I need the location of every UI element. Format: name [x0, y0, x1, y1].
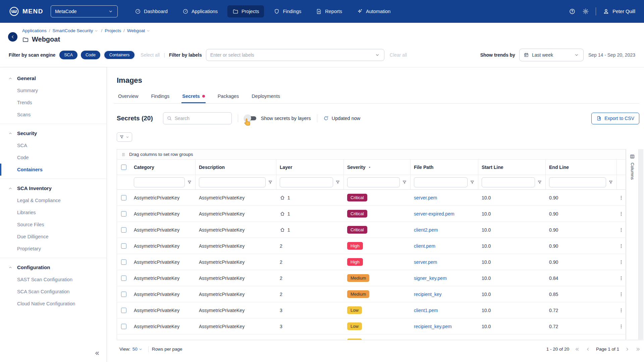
help-icon[interactable]	[569, 8, 576, 15]
org-selector[interactable]: MetaCode	[51, 5, 118, 17]
file-path-link[interactable]: client.pem	[414, 243, 435, 249]
scan-chip-code[interactable]: Code	[81, 51, 100, 59]
nav-item-applications[interactable]: Applications	[177, 5, 223, 17]
funnel-icon[interactable]	[537, 180, 542, 185]
search-input[interactable]	[163, 112, 232, 124]
gear-icon[interactable]	[582, 8, 589, 15]
column-header-start[interactable]: Start Line	[478, 160, 546, 175]
sidebar-item-sca-scan-configuration[interactable]: SCA Scan Configuration	[0, 286, 106, 298]
file-path-link[interactable]: server.pem	[414, 195, 437, 200]
tab-secrets[interactable]: Secrets	[181, 90, 205, 103]
columns-panel-tab[interactable]: Columns	[626, 149, 639, 340]
sidebar-item-cloud-native-configuration[interactable]: Cloud Native Configuration	[0, 298, 106, 310]
row-actions-menu-icon[interactable]	[619, 340, 624, 340]
column-header-file[interactable]: File Path	[411, 160, 478, 175]
export-csv-button[interactable]: Export to CSV	[591, 113, 639, 124]
tab-packages[interactable]: Packages	[217, 90, 240, 103]
funnel-icon[interactable]	[268, 180, 273, 185]
file-path-link[interactable]: recipient_key.pem	[414, 324, 452, 329]
sidebar-item-code[interactable]: Code	[0, 152, 106, 164]
sidebar-item-libraries[interactable]: Libraries	[0, 206, 106, 219]
filter-input-layer[interactable]	[280, 177, 333, 187]
filter-input-description[interactable]	[199, 177, 266, 187]
breadcrumb-link-applications[interactable]: Applications	[22, 28, 47, 33]
nav-item-dashboard[interactable]: Dashboard	[130, 5, 173, 17]
sidebar-section-sca-inventory[interactable]: SCA Inventory	[0, 182, 106, 194]
trends-select[interactable]: Last week	[519, 49, 584, 61]
row-actions-menu-icon[interactable]	[619, 324, 624, 329]
funnel-icon[interactable]	[402, 180, 407, 185]
tab-findings[interactable]: Findings	[150, 90, 170, 103]
row-checkbox[interactable]	[121, 324, 126, 329]
sidebar-item-source-files[interactable]: Source Files	[0, 219, 106, 231]
sidebar-section-general[interactable]: General	[0, 72, 106, 84]
file-path-link[interactable]: server.pem	[414, 259, 437, 265]
row-actions-menu-icon[interactable]	[619, 195, 624, 200]
nav-item-projects[interactable]: Projects	[227, 5, 264, 17]
vertical-scrollbar[interactable]	[639, 149, 643, 340]
filter-input-category[interactable]	[134, 177, 185, 187]
select-all-button[interactable]: Select all	[141, 52, 160, 58]
file-path-link[interactable]: client2.pem	[414, 227, 438, 233]
sidebar-collapse-button[interactable]	[94, 350, 100, 356]
sidebar-item-sast-scan-configuration[interactable]: SAST Scan Configuration	[0, 274, 106, 286]
file-path-link[interactable]: signer_key.pem	[414, 276, 447, 281]
column-header-severity[interactable]: Severity	[344, 160, 411, 175]
column-header-end[interactable]: End Line	[546, 160, 617, 175]
layers-toggle[interactable]	[244, 115, 258, 122]
row-checkbox[interactable]	[121, 308, 126, 313]
breadcrumb-link-projects[interactable]: Projects	[105, 28, 121, 33]
previous-page-button[interactable]	[585, 347, 591, 352]
file-path-link[interactable]: client1.pem	[414, 308, 438, 313]
row-actions-menu-icon[interactable]	[619, 308, 624, 313]
row-group-dropzone[interactable]: Drag columns to set row groups	[117, 149, 626, 160]
funnel-icon[interactable]	[335, 180, 340, 185]
breadcrumb-link-smartcode-security[interactable]: SmartCode Security	[53, 28, 99, 33]
next-page-button[interactable]	[625, 347, 630, 352]
row-checkbox[interactable]	[121, 276, 126, 281]
refresh-icon[interactable]	[323, 116, 329, 121]
row-checkbox[interactable]	[121, 292, 126, 297]
row-actions-menu-icon[interactable]	[619, 259, 624, 265]
user-menu[interactable]: Peter Quill	[603, 8, 635, 15]
row-actions-menu-icon[interactable]	[619, 292, 624, 297]
tab-deployments[interactable]: Deployments	[251, 90, 281, 103]
labels-filter-input[interactable]: Enter or select labels	[206, 49, 384, 61]
filter-input-start[interactable]	[482, 177, 535, 187]
row-actions-menu-icon[interactable]	[619, 211, 624, 217]
funnel-icon[interactable]	[608, 180, 613, 185]
file-path-link[interactable]: recipient_key	[414, 292, 442, 297]
sidebar-section-configuration[interactable]: Configuration	[0, 261, 106, 274]
row-actions-menu-icon[interactable]	[619, 227, 624, 233]
row-checkbox[interactable]	[121, 195, 126, 200]
row-checkbox[interactable]	[121, 259, 126, 265]
breadcrumb-link-webgoat[interactable]: Webgoat	[127, 28, 151, 33]
row-checkbox[interactable]	[121, 340, 126, 340]
search-field[interactable]	[175, 116, 222, 121]
scan-chip-sca[interactable]: SCA	[59, 51, 77, 59]
row-actions-menu-icon[interactable]	[619, 243, 624, 249]
row-checkbox[interactable]	[121, 227, 126, 233]
file-path-link[interactable]: server-expired.pem	[414, 211, 454, 217]
row-checkbox[interactable]	[121, 243, 126, 249]
filter-input-end[interactable]	[549, 177, 606, 187]
first-page-button[interactable]	[575, 347, 580, 352]
nav-item-reports[interactable]: Reports	[311, 5, 347, 17]
drag-handle-icon[interactable]	[121, 152, 126, 157]
column-header-category[interactable]: Category	[130, 160, 196, 175]
sidebar-item-sca[interactable]: SCA	[0, 139, 106, 152]
column-header-description[interactable]: Description	[196, 160, 276, 175]
funnel-icon[interactable]	[470, 180, 475, 185]
sidebar-item-summary[interactable]: Summary	[0, 84, 106, 97]
back-button[interactable]	[8, 32, 17, 42]
rows-per-page-select[interactable]: 50	[132, 347, 143, 352]
sidebar-item-due-dilligence[interactable]: Due Dilligence	[0, 231, 106, 243]
row-actions-menu-icon[interactable]	[619, 276, 624, 281]
sidebar-item-scans[interactable]: Scans	[0, 109, 106, 121]
table-filter-button[interactable]	[117, 132, 132, 142]
nav-item-automation[interactable]: Automation	[352, 5, 395, 17]
funnel-icon[interactable]	[187, 180, 192, 185]
column-header-layer[interactable]: Layer	[276, 160, 344, 175]
sidebar-item-containers[interactable]: Containers	[0, 164, 106, 176]
sidebar-item-proprietary[interactable]: Proprietary	[0, 243, 106, 255]
